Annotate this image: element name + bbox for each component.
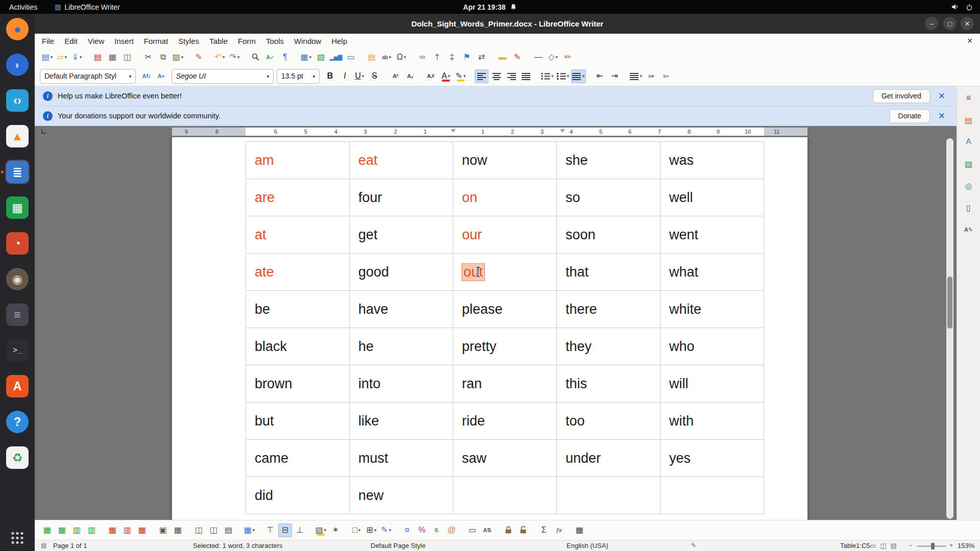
delete-row-button[interactable]: ▦ <box>106 523 119 537</box>
underline-button[interactable]: U▾ <box>353 69 366 83</box>
sort-button[interactable]: A⇅ <box>480 523 494 537</box>
dock-item-terminal[interactable]: >_ <box>5 338 30 363</box>
align-bottom-button[interactable]: ⊥ <box>293 523 307 537</box>
table-cell[interactable]: must <box>350 440 453 477</box>
dock-item-libreoffice-writer[interactable]: ≣ <box>5 160 30 184</box>
horizontal-ruler[interactable]: 986543211234567891011 <box>35 126 957 137</box>
table-cell[interactable]: soon <box>557 216 660 254</box>
update-style-button[interactable]: A↻ <box>139 69 153 83</box>
export-pdf-button[interactable]: ▤ <box>91 51 105 64</box>
table-cell[interactable]: out <box>453 254 557 291</box>
table-cell[interactable]: he <box>350 328 453 365</box>
table-cell[interactable]: good <box>350 254 453 291</box>
menu-table[interactable]: Table <box>204 37 233 45</box>
special-character-button[interactable]: Ω▾ <box>395 51 408 64</box>
unordered-list-button[interactable]: ▾ <box>540 69 555 83</box>
rows-above-button[interactable]: ▦ <box>40 523 54 537</box>
line-spacing-button[interactable]: ▾ <box>629 69 644 83</box>
table-styles-dropdown-icon[interactable]: ▾ <box>253 528 255 533</box>
new-style-button[interactable]: A+ <box>154 69 168 83</box>
table-cell[interactable]: did <box>246 477 350 514</box>
basic-shapes-dropdown-icon[interactable]: ▾ <box>555 55 558 60</box>
save-button[interactable]: ⇓▾ <box>70 51 84 64</box>
table-cell[interactable]: what <box>660 254 764 291</box>
justify-button[interactable] <box>519 69 533 83</box>
special-character-dropdown-icon[interactable]: ▾ <box>404 55 406 60</box>
menu-edit[interactable]: Edit <box>59 37 83 45</box>
table-cell[interactable]: will <box>660 365 764 403</box>
table-cell[interactable] <box>453 477 557 514</box>
zoom-in-icon[interactable]: + <box>949 540 953 551</box>
table-cell[interactable]: with <box>660 403 764 440</box>
table-cell[interactable]: be <box>246 291 350 328</box>
page-count-status[interactable]: Page 1 of 1 <box>53 540 87 551</box>
zoom-slider-thumb[interactable] <box>931 543 935 549</box>
decrease-paragraph-spacing-button[interactable]: ≡− <box>659 69 673 83</box>
insert-footnote-button[interactable]: † <box>430 51 444 64</box>
table-cell[interactable]: have <box>350 291 453 328</box>
tab-stop-marker-icon[interactable] <box>560 129 565 133</box>
optimize-size-button[interactable]: ✶ <box>329 523 342 537</box>
sidebar-settings-button[interactable]: ≡ <box>961 90 976 106</box>
insert-chart-button[interactable]: ▂▅▇ <box>329 51 343 64</box>
table-cell[interactable]: well <box>660 179 764 216</box>
menu-form[interactable]: Form <box>233 37 261 45</box>
table-cell[interactable]: four <box>350 179 453 216</box>
align-right-button[interactable] <box>504 69 518 83</box>
menu-help[interactable]: Help <box>326 37 352 45</box>
table-cell[interactable]: black <box>246 328 350 365</box>
bookmark-button[interactable]: ⚑ <box>460 51 474 64</box>
italic-button[interactable]: I <box>338 69 352 83</box>
table-cell[interactable] <box>660 477 764 514</box>
bold-button[interactable]: B <box>323 69 337 83</box>
paste-dropdown-icon[interactable]: ▾ <box>181 55 184 60</box>
select-cell-button[interactable]: ▣ <box>156 523 170 537</box>
table-cell[interactable]: please <box>453 291 557 328</box>
underline-dropdown-icon[interactable]: ▾ <box>362 73 364 79</box>
table-cell[interactable]: came <box>246 440 350 477</box>
table-properties-button[interactable]: ▦ <box>573 523 586 537</box>
split-cells-button[interactable]: ◫ <box>207 523 220 537</box>
delete-table-button[interactable]: ▦ <box>135 523 149 537</box>
dock-item-ubuntu-software[interactable]: A <box>5 374 30 398</box>
highlight-color-button[interactable]: ✎▾ <box>454 69 468 83</box>
font-color-button[interactable]: A▾ <box>439 69 453 83</box>
insert-field-button[interactable]: ab▾ <box>380 51 394 64</box>
borders-dropdown-icon[interactable]: ▾ <box>374 528 377 533</box>
table-cell[interactable]: ran <box>453 365 557 403</box>
insert-endnote-button[interactable]: ‡ <box>445 51 459 64</box>
table-cell[interactable]: that <box>557 254 660 291</box>
insert-comment-button[interactable]: ▬ <box>496 51 509 64</box>
clock-menu[interactable]: Apr 21 19:38 <box>463 3 517 11</box>
dock-item-gimp[interactable]: ◉ <box>5 267 30 291</box>
sum-button[interactable]: Σ <box>537 523 551 537</box>
dock-item-thunderbird[interactable]: ◗ <box>5 53 30 77</box>
menu-styles[interactable]: Styles <box>173 37 204 45</box>
styles-deck-button[interactable]: A <box>961 134 976 149</box>
activities-button[interactable]: Activities <box>9 3 37 11</box>
get-involved-button[interactable]: Get involved <box>873 89 930 103</box>
gallery-deck-button[interactable]: ▧ <box>961 156 976 171</box>
zoom-percentage[interactable]: 153% <box>958 540 974 551</box>
table-cell[interactable]: was <box>660 142 764 179</box>
formatting-marks-button[interactable]: ¶ <box>278 51 292 64</box>
insert-table-button[interactable]: ▦▾ <box>299 51 313 64</box>
navigator-deck-button[interactable]: ◎ <box>961 178 976 193</box>
protect-cells-button[interactable] <box>501 523 515 537</box>
spelling-button[interactable]: A✓ <box>263 51 277 64</box>
menu-tools[interactable]: Tools <box>261 37 289 45</box>
find-replace-button[interactable] <box>249 51 262 64</box>
increase-indent-button[interactable]: ⇥ <box>608 69 622 83</box>
highlight-color-dropdown-icon[interactable]: ▾ <box>463 73 466 79</box>
multi-page-view-button[interactable]: ◫ <box>880 540 886 551</box>
font-size-dropdown-icon[interactable]: ▾ <box>309 73 319 79</box>
table-cell[interactable]: yes <box>660 440 764 477</box>
table-cell[interactable]: new <box>350 477 453 514</box>
no-list-dropdown-icon[interactable]: ▾ <box>582 73 585 79</box>
dock-item-vscode[interactable]: ‹› <box>5 88 30 113</box>
scrollbar-thumb[interactable] <box>947 277 952 329</box>
columns-before-button[interactable]: ▥ <box>70 523 84 537</box>
table-cell[interactable]: who <box>660 328 764 365</box>
table-cell[interactable]: ate <box>246 254 350 291</box>
donate-button[interactable]: Donate <box>890 109 930 123</box>
